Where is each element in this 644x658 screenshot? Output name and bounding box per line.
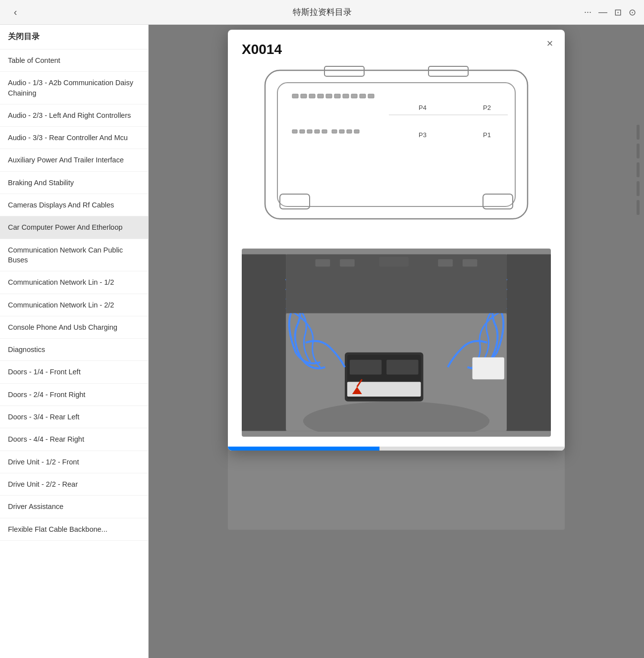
top-bar-right: ··· — ⊡ ⊙ — [584, 7, 636, 18]
svg-text:P4: P4 — [419, 104, 427, 111]
sidebar-item-flexible[interactable]: Flexible Flat Cable Backbone... — [0, 518, 148, 541]
svg-rect-4 — [292, 94, 298, 98]
svg-rect-1 — [324, 66, 364, 76]
sidebar-item-audio-3[interactable]: Audio - 3/3 - Rear Controller And Mcu — [0, 127, 148, 149]
svg-rect-31 — [242, 254, 286, 431]
top-bar-left: ‹ — [8, 5, 23, 20]
minimize-button[interactable]: — — [598, 7, 607, 17]
svg-rect-10 — [343, 94, 349, 98]
svg-rect-3 — [277, 83, 515, 206]
modal-overlay: × X0014 — [149, 25, 644, 658]
sidebar-header[interactable]: 关闭目录 — [0, 25, 148, 50]
svg-rect-38 — [386, 360, 418, 375]
modal-dialog: × X0014 — [228, 30, 565, 451]
sidebar-item-audio-1[interactable]: Audio - 1/3 - A2b Communication Daisy Ch… — [0, 72, 148, 104]
app-title: 特斯拉资料目录 — [293, 6, 352, 18]
sidebar-item-aux-power[interactable]: Auxiliary Power And Trailer Interface — [0, 149, 148, 171]
svg-rect-37 — [350, 360, 381, 375]
svg-rect-9 — [334, 94, 340, 98]
sidebar-item-car-computer[interactable]: Car Computer Power And Etherloop — [0, 216, 148, 239]
modal-body: P4 P2 — [228, 65, 565, 451]
sidebar-item-doors-4[interactable]: Doors - 4/4 - Rear Right — [0, 428, 148, 451]
svg-rect-2 — [429, 66, 468, 76]
sidebar-item-comm-lin-2[interactable]: Communication Network Lin - 2/2 — [0, 294, 148, 316]
sidebar-item-console-phone[interactable]: Console Phone And Usb Charging — [0, 316, 148, 339]
sidebar-item-cameras[interactable]: Cameras Displays And Rf Cables — [0, 194, 148, 216]
svg-rect-49 — [379, 257, 408, 267]
svg-rect-11 — [351, 94, 357, 98]
top-bar: ‹ 特斯拉资料目录 ··· — ⊡ ⊙ — [0, 0, 644, 25]
svg-rect-20 — [315, 130, 320, 133]
svg-rect-22 — [332, 130, 337, 133]
svg-rect-12 — [360, 94, 366, 98]
svg-rect-8 — [326, 94, 332, 98]
sidebar-item-toc[interactable]: Table of Content — [0, 50, 148, 72]
connector-svg: P4 P2 — [255, 65, 537, 239]
sidebar: 关闭目录 Table of ContentAudio - 1/3 - A2b C… — [0, 25, 149, 658]
back-button[interactable]: ‹ — [8, 5, 23, 20]
modal-title: X0014 — [228, 30, 565, 65]
svg-rect-51 — [463, 259, 478, 267]
sidebar-item-doors-3[interactable]: Doors - 3/4 - Rear Left — [0, 406, 148, 428]
expand-button[interactable]: ⊡ — [614, 7, 622, 18]
svg-rect-13 — [368, 94, 374, 98]
svg-rect-0 — [265, 70, 528, 219]
sidebar-item-braking[interactable]: Braking And Stability — [0, 172, 148, 194]
sidebar-item-diagnostics[interactable]: Diagnostics — [0, 339, 148, 361]
svg-rect-21 — [322, 130, 327, 133]
sidebar-item-comm-lin-1[interactable]: Communication Network Lin - 1/2 — [0, 271, 148, 294]
svg-rect-7 — [318, 94, 323, 98]
car-image — [242, 249, 551, 437]
more-button[interactable]: ··· — [584, 7, 591, 17]
sidebar-item-audio-2[interactable]: Audio - 2/3 - Left And Right Controllers — [0, 104, 148, 127]
sidebar-item-doors-2[interactable]: Doors - 2/4 - Front Right — [0, 384, 148, 406]
sidebar-item-driver-assist[interactable]: Driver Assistance — [0, 496, 148, 518]
svg-rect-24 — [347, 130, 352, 133]
connector-diagram: P4 P2 — [242, 65, 551, 239]
svg-rect-48 — [340, 259, 355, 267]
main-content: × X0014 — [149, 25, 644, 658]
svg-rect-52 — [473, 357, 504, 380]
progress-fill — [228, 447, 379, 451]
svg-text:P1: P1 — [483, 131, 491, 139]
progress-bar — [228, 447, 565, 451]
svg-rect-6 — [309, 94, 315, 98]
svg-rect-25 — [354, 130, 359, 133]
sidebar-item-drive-2[interactable]: Drive Unit - 2/2 - Rear — [0, 473, 148, 496]
svg-rect-19 — [307, 130, 312, 133]
svg-rect-18 — [300, 130, 305, 133]
sidebar-item-drive-1[interactable]: Drive Unit - 1/2 - Front — [0, 451, 148, 473]
svg-rect-50 — [438, 259, 453, 267]
main-layout: 关闭目录 Table of ContentAudio - 1/3 - A2b C… — [0, 25, 644, 658]
record-button[interactable]: ⊙ — [629, 7, 636, 18]
svg-rect-23 — [339, 130, 344, 133]
sidebar-item-doors-1[interactable]: Doors - 1/4 - Front Left — [0, 361, 148, 383]
svg-text:P3: P3 — [419, 131, 427, 139]
sidebar-item-comm-can[interactable]: Communication Network Can Public Buses — [0, 239, 148, 272]
sidebar-items: Table of ContentAudio - 1/3 - A2b Commun… — [0, 50, 148, 541]
svg-text:P2: P2 — [483, 104, 491, 111]
modal-close-button[interactable]: × — [543, 37, 557, 51]
svg-rect-47 — [316, 259, 330, 267]
svg-rect-17 — [292, 130, 297, 133]
svg-rect-5 — [301, 94, 307, 98]
svg-rect-32 — [507, 254, 551, 431]
